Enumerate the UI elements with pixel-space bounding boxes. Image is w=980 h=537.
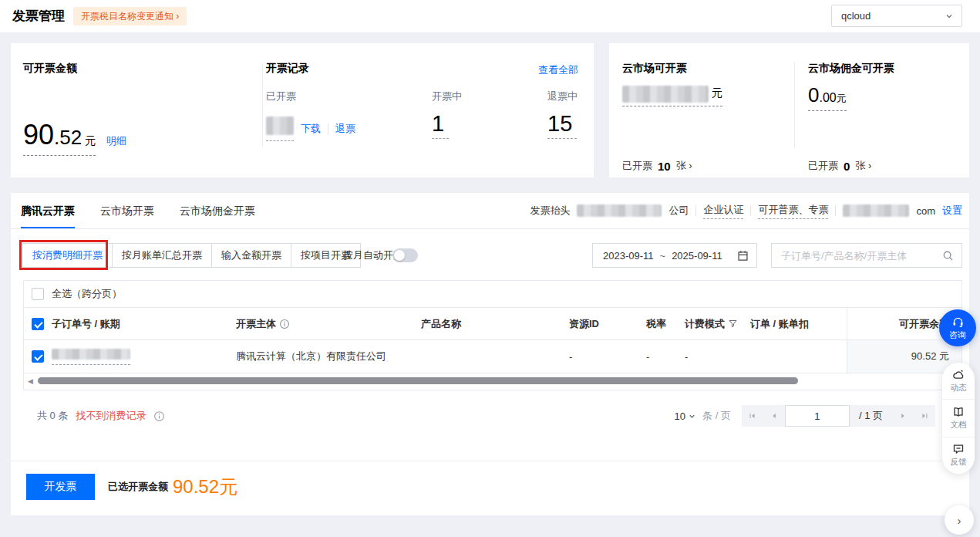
market-unit: 元 — [712, 86, 722, 99]
select-all-checkbox[interactable] — [32, 288, 44, 300]
invoiceable-amount-dec: .52 — [54, 126, 82, 149]
prev-page-button[interactable] — [763, 405, 785, 427]
col-order-deduct: 订单 / 账单扣 — [750, 317, 809, 331]
select-all-row: 全选（跨分页） — [24, 281, 961, 308]
selected-amount-value: 90.52元 — [173, 474, 237, 500]
enterprise-cert-link[interactable]: 企业认证 — [703, 203, 743, 219]
row-tax-rate: - — [646, 351, 649, 363]
refund-link[interactable]: 退票 — [335, 122, 355, 136]
consult-button[interactable]: 咨询 — [939, 309, 976, 346]
col-resource-id: 资源ID — [569, 317, 599, 331]
row-amount: 90.52 元 — [911, 350, 949, 363]
tab-bar: 腾讯云开票 云市场开票 云市场佣金开票 发票抬头 公司 企业认证 可开普票、专票… — [11, 193, 969, 229]
docs-button[interactable]: 文档 — [942, 399, 975, 436]
col-tax-rate: 税率 — [646, 317, 666, 331]
date-end: 2025-09-11 — [672, 250, 722, 262]
refunding-value: 15 — [547, 111, 577, 139]
docs-label: 文档 — [951, 420, 967, 431]
divider — [695, 205, 696, 216]
col-suborder: 子订单号 / 账期 — [52, 317, 120, 331]
invoice-types[interactable]: 可开普票、专票 — [758, 203, 828, 219]
mode-by-monthly-bill[interactable]: 按月账单汇总开票 — [112, 243, 212, 268]
email-redacted — [843, 204, 909, 217]
page-size-value: 10 — [675, 410, 685, 422]
market-issued-link[interactable]: 张 › — [676, 159, 692, 173]
last-page-button[interactable] — [914, 405, 935, 427]
invoiceable-amount-int: 90 — [23, 119, 54, 150]
auto-invoice-toggle[interactable] — [392, 248, 418, 262]
news-button[interactable]: 动态 — [942, 363, 975, 399]
col-billing-mode: 计费模式 — [685, 317, 725, 331]
header-checkbox[interactable] — [32, 318, 44, 330]
row-resource-id: - — [569, 351, 572, 363]
page-number-input[interactable]: 1 — [785, 405, 850, 427]
commission-issued-link[interactable]: 张 › — [855, 159, 871, 173]
horizontal-scrollbar: ◀ — [24, 373, 961, 390]
table-row: 腾讯云计算（北京）有限责任公司 - - - 90.52 元 — [24, 340, 961, 373]
scrollbar-thumb[interactable] — [38, 377, 798, 384]
email-suffix: com — [916, 205, 935, 217]
activity-icon — [952, 369, 965, 381]
market-issued-count: 10 — [658, 160, 671, 173]
mode-by-amount[interactable]: 输入金额开票 — [211, 243, 291, 268]
consumption-table: 全选（跨分页） 子订单号 / 账期 开票主体 产品名称 资源ID 税率 计费模式… — [23, 280, 962, 390]
empty-hint: 找不到消费记录 — [76, 409, 146, 423]
divider — [328, 123, 328, 134]
row-checkbox[interactable] — [32, 350, 44, 363]
scroll-left-arrow[interactable]: ◀ — [28, 377, 33, 386]
next-page-button[interactable] — [892, 405, 914, 427]
issue-invoice-button[interactable]: 开发票 — [26, 474, 95, 500]
page-size-select[interactable]: 10 — [675, 410, 696, 422]
row-billing-mode: - — [685, 351, 688, 363]
row-entity: 腾讯云计算（北京）有限责任公司 — [236, 350, 386, 363]
col-entity: 开票主体 — [236, 317, 276, 331]
per-page-label: 条 / 页 — [702, 409, 731, 423]
invoice-mode-group: 按消费明细开票 按月账单汇总开票 输入金额开票 按项目开票 — [22, 243, 361, 268]
first-page-button[interactable] — [742, 405, 763, 427]
divider — [750, 205, 751, 216]
settings-link[interactable]: 设置 — [942, 204, 962, 218]
commission-issued-count: 0 — [844, 160, 850, 173]
detail-link[interactable]: 明细 — [106, 135, 126, 147]
account-dropdown[interactable]: qcloud — [831, 5, 962, 27]
refunding-label: 退票中 — [547, 90, 578, 103]
company-name-redacted — [577, 204, 662, 217]
search-input[interactable] — [781, 250, 942, 262]
chevron-right-icon: › — [958, 514, 961, 527]
docs-icon — [952, 406, 965, 418]
tab-commission[interactable]: 云市场佣金开票 — [180, 193, 255, 228]
feedback-label: 反馈 — [951, 457, 967, 468]
notice-badge[interactable]: 开票税目名称变更通知 › — [73, 7, 187, 25]
chevron-down-icon — [945, 12, 954, 21]
account-dropdown-value: qcloud — [841, 10, 871, 22]
filter-icon[interactable] — [728, 319, 738, 329]
view-all-link[interactable]: 查看全部 — [538, 63, 578, 77]
invoice-title-label: 发票抬头 — [530, 204, 570, 218]
pagination: 10 条 / 页 1 / 1 页 — [675, 405, 935, 427]
consult-label: 咨询 — [949, 329, 966, 341]
headset-icon — [951, 316, 965, 329]
market-issued-label: 已开票 — [622, 159, 652, 173]
tab-tencent-cloud[interactable]: 腾讯云开票 — [21, 193, 75, 228]
news-label: 动态 — [951, 383, 967, 393]
search-icon[interactable] — [942, 250, 954, 262]
mode-by-consumption-detail[interactable]: 按消费明细开票 — [22, 243, 113, 268]
invoice-title-bar: 发票抬头 公司 企业认证 可开普票、专票 com 设置 — [530, 193, 962, 228]
info-icon[interactable] — [153, 410, 165, 422]
side-toolbar: 动态 文档 反馈 — [942, 363, 975, 474]
expand-sidebar-button[interactable]: › — [945, 505, 974, 535]
commission-amount-int: 0 — [808, 83, 819, 106]
feedback-button[interactable]: 反馈 — [942, 437, 975, 474]
download-link[interactable]: 下载 — [301, 122, 321, 136]
total-count: 共 0 条 — [37, 409, 68, 423]
card-divider — [794, 62, 795, 148]
invoice-panel: 腾讯云开票 云市场开票 云市场佣金开票 发票抬头 公司 企业认证 可开普票、专票… — [11, 193, 969, 515]
table-header-row: 子订单号 / 账期 开票主体 产品名称 资源ID 税率 计费模式 订单 / 账单… — [24, 308, 961, 340]
invoiceable-card: 可开票金额 90.52元 明细 开票记录 查看全部 已开票 下载 退票 开票中 … — [11, 43, 594, 177]
search-box — [771, 243, 962, 268]
tab-marketplace[interactable]: 云市场开票 — [100, 193, 154, 228]
info-icon[interactable] — [279, 319, 290, 329]
market-amount-redacted — [622, 86, 709, 103]
date-range-picker[interactable]: 2023-09-11 ~ 2025-09-11 — [592, 243, 757, 268]
issuing-label: 开票中 — [432, 90, 462, 103]
